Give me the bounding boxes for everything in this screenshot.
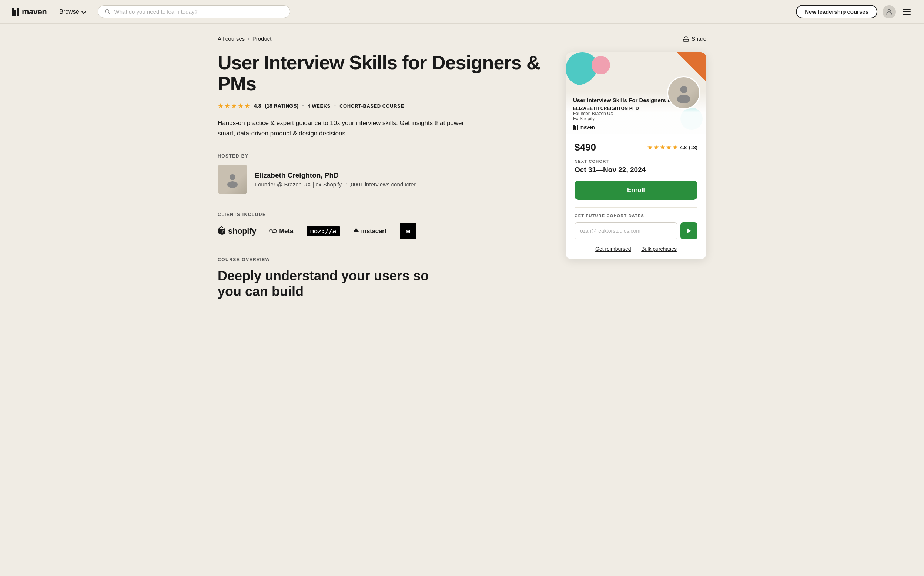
instructor-photo-placeholder (668, 77, 699, 109)
clients-label: CLIENTS INCLUDE (218, 212, 544, 217)
course-overview-label: COURSE OVERVIEW (218, 257, 544, 262)
meta-icon (270, 229, 277, 234)
course-duration: 4 WEEKS (308, 103, 330, 109)
card-image: User Interview Skills For Designers & PM… (566, 52, 706, 134)
star-3 (231, 103, 237, 109)
svg-point-5 (227, 181, 237, 187)
card-maven-icon (573, 125, 578, 130)
hamburger-button[interactable] (901, 7, 912, 16)
shopify-text: shopify (228, 226, 256, 236)
ratings-count: (18 RATINGS) (265, 103, 298, 109)
card-star-5 (673, 145, 678, 150)
cohort-dates: Oct 31—Nov 22, 2024 (574, 166, 698, 174)
email-input[interactable] (574, 222, 677, 239)
new-leadership-button[interactable]: New leadership courses (796, 5, 877, 19)
card-maven-logo: maven (573, 124, 699, 130)
share-button[interactable]: Share (683, 35, 706, 42)
clients-section: CLIENTS INCLUDE shopify (218, 212, 544, 239)
star-5 (244, 103, 250, 109)
card-star-2 (654, 145, 659, 150)
instacart-logo: instacart (353, 227, 387, 235)
course-meta: 4.8 (18 RATINGS) · 4 WEEKS · COHORT-BASE… (218, 102, 544, 109)
hosted-by-label: HOSTED BY (218, 154, 544, 159)
card-star-3 (660, 145, 665, 150)
hamburger-line (903, 14, 911, 15)
mozilla-text: moz://a (306, 226, 340, 237)
host-avatar (218, 165, 247, 194)
card-star-1 (648, 145, 653, 150)
card-footer-links: Get reimbursed | Bulk purchases (574, 246, 698, 252)
mtv-logo: M (400, 223, 416, 239)
breadcrumb-separator: › (248, 36, 249, 42)
bulk-purchases-link[interactable]: Bulk purchases (641, 246, 677, 252)
content-layout: User Interview Skills for Designers & PM… (218, 52, 706, 299)
host-bio: Founder @ Brazen UX | ex-Shopify | 1,000… (255, 181, 417, 187)
main-content: All courses › Product Share User Intervi… (203, 24, 721, 328)
card-instructor-company: Ex-Shopify (573, 116, 699, 122)
browse-button[interactable]: Browse (56, 6, 88, 18)
browse-label: Browse (59, 8, 79, 15)
shopify-icon (218, 226, 226, 236)
logo-icon (12, 8, 19, 16)
arrow-right-icon (687, 228, 691, 234)
svg-point-4 (229, 174, 236, 180)
instacart-text: instacart (361, 227, 387, 235)
course-overview-section: COURSE OVERVIEW Deeply understand your u… (218, 257, 544, 299)
shopify-logo: shopify (218, 226, 256, 236)
course-price: $490 (574, 142, 596, 153)
instacart-icon (353, 227, 359, 235)
divider (574, 207, 698, 208)
header-right: New leadership courses (796, 5, 912, 19)
svg-point-7 (680, 86, 687, 93)
overview-teaser: Deeply understand your users so you can … (218, 268, 440, 299)
site-header: maven Browse New leadership courses (0, 0, 924, 24)
logo[interactable]: maven (12, 7, 47, 17)
email-submit-button[interactable] (680, 222, 698, 239)
next-cohort-label: NEXT COHORT (574, 159, 698, 163)
svg-point-8 (677, 95, 690, 103)
star-1 (218, 103, 224, 109)
instructor-photo (667, 76, 700, 109)
avatar-button[interactable] (882, 5, 896, 19)
card-star-4 (666, 145, 672, 150)
chevron-down-icon (81, 8, 86, 14)
price-row: $490 4.8 (18) (574, 142, 698, 153)
share-label: Share (691, 35, 706, 42)
hamburger-line (903, 9, 911, 10)
host-card: Elizabeth Creighton, PhD Founder @ Braze… (218, 165, 544, 194)
share-icon (683, 36, 689, 42)
svg-line-1 (109, 13, 110, 14)
meta-logo: Meta (270, 227, 293, 235)
card-maven-text: maven (580, 124, 595, 130)
logo-text: maven (22, 7, 47, 17)
card-rating-value: 4.8 (680, 145, 687, 150)
clients-logos: shopify Meta moz://a (218, 223, 544, 239)
footer-separator: | (635, 246, 637, 252)
card-body: $490 4.8 (18) NEXT COHORT Oct 31—Nov 22 (566, 134, 706, 259)
course-card: User Interview Skills For Designers & PM… (566, 52, 706, 259)
breadcrumb-current: Product (252, 35, 272, 42)
dot-separator-1: · (302, 102, 303, 109)
shape-pink (592, 56, 610, 74)
mtv-text: M (400, 223, 416, 239)
rating-value: 4.8 (254, 103, 261, 109)
email-row (574, 222, 698, 239)
enroll-button[interactable]: Enroll (574, 181, 698, 200)
right-column: User Interview Skills For Designers & PM… (566, 52, 706, 259)
card-instructor-role: Founder, Brazen UX (573, 111, 699, 116)
breadcrumb-all-courses[interactable]: All courses (218, 35, 245, 42)
hamburger-line (903, 11, 911, 12)
course-type: COHORT-BASED COURSE (340, 103, 404, 109)
meta-text: Meta (279, 227, 293, 235)
host-name: Elizabeth Creighton, PhD (255, 171, 417, 179)
star-4 (237, 103, 244, 109)
card-rating: 4.8 (18) (648, 145, 698, 150)
hosted-by-section: HOSTED BY Elizabeth Creighton, PhD Found… (218, 154, 544, 194)
dot-separator-2: · (334, 102, 336, 109)
avatar-icon (886, 8, 892, 15)
search-input[interactable] (114, 8, 283, 15)
course-description: Hands-on practice & expert guidance to 1… (218, 118, 469, 139)
get-reimbursed-link[interactable]: Get reimbursed (595, 246, 631, 252)
mozilla-logo: moz://a (306, 226, 340, 237)
rating-stars (218, 103, 250, 109)
